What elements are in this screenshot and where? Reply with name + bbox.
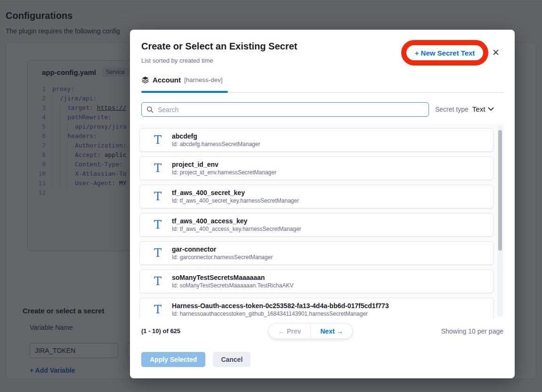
secret-id: Id: soManyTestSecretsMaaaaaan.TestRichaA… bbox=[172, 282, 293, 289]
secret-info: tf_aws_400_access_keyId: tf_aws_400_acce… bbox=[172, 217, 301, 232]
per-page-label: Showing 10 per page bbox=[441, 327, 503, 335]
modal-title: Create or Select an Existing Secret bbox=[141, 41, 297, 52]
text-secret-icon: T bbox=[154, 191, 162, 202]
prev-page-button[interactable]: ← Prev bbox=[269, 324, 310, 338]
next-page-button[interactable]: Next → bbox=[311, 324, 352, 338]
secret-type-filter: Secret type Text bbox=[435, 105, 494, 113]
modal-subtitle: List sorted by created time bbox=[141, 57, 213, 64]
secret-list: TabcdefgId: abcdefg.harnessSecretManager… bbox=[139, 123, 505, 318]
secret-name: gar-connector bbox=[172, 245, 273, 253]
tab-active-indicator bbox=[141, 91, 228, 93]
close-icon[interactable]: ✕ bbox=[491, 48, 501, 58]
secret-type-label: Secret type bbox=[435, 106, 469, 113]
scrollbar-track[interactable] bbox=[497, 125, 503, 317]
secret-id: Id: project_id_env.harnessSecretManager bbox=[172, 169, 276, 176]
chevron-down-icon bbox=[488, 107, 494, 111]
search-icon bbox=[146, 106, 154, 113]
secret-info: Harness-Oauth-access-token-0c253582-fa13… bbox=[172, 302, 389, 317]
secret-list-item[interactable]: Tproject_id_envId: project_id_env.harnes… bbox=[139, 156, 493, 180]
select-secret-modal: Create or Select an Existing Secret List… bbox=[130, 30, 515, 378]
tab-account-label: Account bbox=[153, 76, 181, 84]
tab-account[interactable]: Account [harness-dev] bbox=[141, 76, 223, 84]
secret-list-item[interactable]: Ttf_aws_400_secret_keyId: tf_aws_400_sec… bbox=[139, 185, 493, 208]
pager-pill: ← Prev Next → bbox=[268, 323, 353, 339]
secret-name: project_id_env bbox=[172, 161, 276, 168]
cancel-button[interactable]: Cancel bbox=[213, 352, 251, 367]
text-secret-icon: T bbox=[154, 276, 162, 287]
text-secret-icon: T bbox=[154, 247, 162, 259]
pagination-range: (1 - 10) of 625 bbox=[141, 327, 180, 335]
scrollbar-thumb[interactable] bbox=[498, 130, 502, 251]
search-input[interactable] bbox=[158, 106, 424, 114]
secret-id: Id: tf_aws_400_access_key.harnessSecretM… bbox=[172, 226, 301, 232]
new-secret-text-button[interactable]: + New Secret Text bbox=[415, 49, 475, 57]
secret-list-item[interactable]: Tgar-connectorId: garconnector.harnessSe… bbox=[139, 241, 493, 265]
text-secret-icon: T bbox=[154, 304, 162, 315]
secret-list-item[interactable]: TabcdefgId: abcdefg.harnessSecretManager bbox=[139, 128, 493, 152]
secret-name: tf_aws_400_secret_key bbox=[172, 189, 299, 196]
pagination-row: (1 - 10) of 625 ← Prev Next → Showing 10… bbox=[141, 323, 503, 339]
secret-id: Id: abcdefg.harnessSecretManager bbox=[172, 141, 260, 147]
secret-info: soManyTestSecretsMaaaaaanId: soManyTestS… bbox=[172, 274, 293, 289]
tab-account-scope: [harness-dev] bbox=[184, 76, 223, 83]
secret-id: Id: harnessoauthaccesstoken_github_16843… bbox=[172, 310, 389, 317]
secret-list-item[interactable]: TsoManyTestSecretsMaaaaaanId: soManyTest… bbox=[139, 270, 493, 293]
secret-name: Harness-Oauth-access-token-0c253582-fa13… bbox=[172, 302, 389, 310]
secret-info: gar-connectorId: garconnector.harnessSec… bbox=[172, 245, 273, 261]
secret-id: Id: tf_aws_400_secret_key.harnessSecretM… bbox=[172, 197, 299, 204]
secret-list-item[interactable]: Ttf_aws_400_access_keyId: tf_aws_400_acc… bbox=[139, 213, 493, 237]
modal-footer: Apply Selected Cancel bbox=[141, 352, 251, 367]
layers-icon bbox=[141, 76, 149, 84]
secret-name: abcdefg bbox=[172, 132, 260, 140]
text-secret-icon: T bbox=[154, 163, 162, 174]
secret-type-select[interactable]: Text bbox=[472, 105, 494, 113]
secret-info: tf_aws_400_secret_keyId: tf_aws_400_secr… bbox=[172, 189, 299, 204]
secret-info: abcdefgId: abcdefg.harnessSecretManager bbox=[172, 132, 260, 147]
search-box[interactable] bbox=[141, 102, 429, 117]
secret-name: soManyTestSecretsMaaaaaan bbox=[172, 274, 293, 281]
apply-selected-button[interactable]: Apply Selected bbox=[141, 352, 205, 367]
secret-info: project_id_envId: project_id_env.harness… bbox=[172, 161, 276, 176]
secret-id: Id: garconnector.harnessSecretManager bbox=[172, 254, 273, 261]
text-secret-icon: T bbox=[154, 219, 162, 230]
secret-name: tf_aws_400_access_key bbox=[172, 217, 301, 225]
annotation-highlight-ring: + New Secret Text bbox=[401, 40, 488, 65]
secret-list-item[interactable]: THarness-Oauth-access-token-0c253582-fa1… bbox=[139, 298, 493, 318]
text-secret-icon: T bbox=[154, 134, 162, 146]
